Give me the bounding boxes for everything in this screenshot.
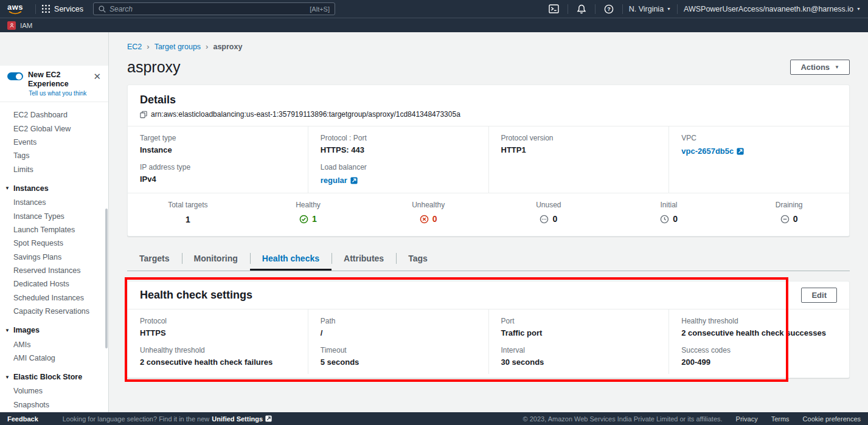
actions-button[interactable]: Actions ▼ <box>790 60 850 75</box>
sidebar-item-instances[interactable]: Instances <box>0 196 108 209</box>
sidebar-item-volumes[interactable]: Volumes <box>0 384 108 398</box>
search-shortcut: [Alt+S] <box>310 5 330 13</box>
new-experience-feedback-link[interactable]: Tell us what you think <box>28 90 87 97</box>
breadcrumb-target-groups-link[interactable]: Target groups <box>155 43 201 51</box>
hc-protocol-label: Protocol <box>140 317 296 325</box>
close-icon[interactable]: ✕ <box>92 71 102 82</box>
privacy-link[interactable]: Privacy <box>736 415 758 423</box>
section-label: Instances <box>13 184 49 193</box>
draining-count: 0 <box>793 214 798 224</box>
target-group-arn: arn:aws:elasticloadbalancing:us-east-1:3… <box>151 110 460 119</box>
search-input[interactable] <box>109 5 306 13</box>
sidebar-item-amis[interactable]: AMIs <box>0 337 108 351</box>
terms-link[interactable]: Terms <box>771 415 790 423</box>
notifications-button[interactable] <box>574 4 589 14</box>
main-content: EC2 › Target groups › asproxy asproxy Ac… <box>109 32 868 412</box>
hc-unhealthy-threshold-label: Unhealthy threshold <box>140 346 296 354</box>
unhealthy-label: Unhealthy <box>368 201 488 209</box>
sidebar-item-reserved-instances[interactable]: Reserved Instances <box>0 264 108 277</box>
ip-address-type-label: IP address type <box>140 163 296 171</box>
triangle-down-icon: ▼ <box>5 375 10 380</box>
cloudshell-button[interactable] <box>547 4 561 13</box>
edit-label: Edit <box>811 291 827 300</box>
total-targets-label: Total targets <box>128 201 248 209</box>
hc-interval-label: Interval <box>501 346 657 354</box>
check-circle-icon <box>299 215 308 224</box>
global-search[interactable]: [Alt+S] <box>93 2 335 15</box>
sidebar-item-ec2-dashboard[interactable]: EC2 Dashboard <box>0 108 108 122</box>
sidebar-item-snapshots[interactable]: Snapshots <box>0 398 108 412</box>
health-check-settings-card: Health check settings Edit ProtocolHTTPS… <box>127 281 850 378</box>
edit-button[interactable]: Edit <box>801 288 837 303</box>
tab-monitoring[interactable]: Monitoring <box>182 246 250 271</box>
sidebar-item-capacity-reservations[interactable]: Capacity Reservations <box>0 305 108 318</box>
bell-icon <box>577 4 586 14</box>
initial-count: 0 <box>673 214 678 224</box>
tab-attributes[interactable]: Attributes <box>332 246 396 271</box>
ec2-sidebar: New EC2 Experience Tell us what you thin… <box>0 32 109 412</box>
hc-path-label: Path <box>321 317 476 325</box>
account-menu[interactable]: AWSPowerUserAccess/navaneeth.kn@harness.… <box>684 5 861 13</box>
protocol-port-value: HTTPS: 443 <box>321 145 476 154</box>
tab-bar: Targets Monitoring Health checks Attribu… <box>127 246 850 271</box>
sidebar-item-tags[interactable]: Tags <box>0 149 108 162</box>
language-prompt: Looking for language selection? Find it … <box>63 415 210 423</box>
hc-success-codes-label: Success codes <box>681 346 837 354</box>
svg-text:?: ? <box>607 6 611 12</box>
load-balancer-link[interactable]: regular <box>321 176 358 185</box>
protocol-port-label: Protocol : Port <box>321 134 476 142</box>
unified-settings-label: Unified Settings <box>212 415 263 423</box>
breadcrumb-current: asproxy <box>213 43 242 51</box>
hc-path-value: / <box>321 328 476 337</box>
ellipsis-circle-icon <box>540 215 549 224</box>
details-title: Details <box>140 94 837 106</box>
breadcrumb: EC2 › Target groups › asproxy <box>127 42 850 51</box>
top-navigation-bar: aws Services [Alt+S] ? N. Virginia ▼ <box>0 0 868 18</box>
sidebar-item-events[interactable]: Events <box>0 136 108 149</box>
sidebar-item-ec2-global-view[interactable]: EC2 Global View <box>0 122 108 135</box>
target-type-value: Instance <box>140 145 296 154</box>
divider <box>622 4 623 14</box>
protocol-version-value: HTTP1 <box>501 145 657 154</box>
cookie-preferences-link[interactable]: Cookie preferences <box>803 415 861 423</box>
sidebar-item-scheduled-instances[interactable]: Scheduled Instances <box>0 291 108 305</box>
breadcrumb-ec2-link[interactable]: EC2 <box>127 43 142 51</box>
aws-logo[interactable]: aws <box>7 4 23 15</box>
vpc-link[interactable]: vpc-2657db5c <box>681 147 744 156</box>
unified-settings-link[interactable]: Unified Settings <box>212 415 272 423</box>
tab-health-checks[interactable]: Health checks <box>250 246 332 271</box>
tab-tags[interactable]: Tags <box>396 246 440 271</box>
sidebar-item-spot-requests[interactable]: Spot Requests <box>0 237 108 250</box>
chevron-down-icon: ▼ <box>835 64 839 70</box>
sidebar-item-limits[interactable]: Limits <box>0 163 108 176</box>
sidebar-item-launch-templates[interactable]: Launch Templates <box>0 223 108 237</box>
copy-icon[interactable] <box>140 111 147 119</box>
sidebar-item-ami-catalog[interactable]: AMI Catalog <box>0 351 108 365</box>
triangle-down-icon: ▼ <box>5 185 10 191</box>
sidebar-section-images[interactable]: ▼Images <box>0 323 108 337</box>
tab-targets[interactable]: Targets <box>127 246 182 271</box>
help-button[interactable]: ? <box>602 4 616 14</box>
load-balancer-label: Load balancer <box>321 163 476 171</box>
healthy-count: 1 <box>312 214 317 224</box>
sidebar-item-dedicated-hosts[interactable]: Dedicated Hosts <box>0 277 108 291</box>
vpc-label: VPC <box>681 134 837 142</box>
copyright-text: © 2023, Amazon Web Services India Privat… <box>523 415 723 423</box>
sidebar-scrollbar[interactable] <box>105 209 108 348</box>
region-selector[interactable]: N. Virginia ▼ <box>629 5 671 13</box>
sidebar-item-savings-plans[interactable]: Savings Plans <box>0 251 108 264</box>
services-grid-icon <box>42 5 50 13</box>
sidebar-item-instance-types[interactable]: Instance Types <box>0 209 108 223</box>
new-ec2-experience-panel: New EC2 Experience Tell us what you thin… <box>0 66 108 102</box>
chevron-right-icon: › <box>147 42 149 51</box>
favorite-iam-link[interactable]: IAM <box>20 22 32 29</box>
new-experience-toggle[interactable] <box>7 72 23 80</box>
total-targets-value: 1 <box>186 215 190 224</box>
sidebar-section-instances[interactable]: ▼Instances <box>0 181 108 196</box>
feedback-link[interactable]: Feedback <box>7 415 38 423</box>
favorites-bar: IAM <box>0 18 868 32</box>
sidebar-section-elastic-block-store[interactable]: ▼Elastic Block Store <box>0 370 108 384</box>
external-link-icon <box>350 177 358 184</box>
services-menu[interactable]: Services <box>42 5 83 13</box>
load-balancer-value: regular <box>321 176 347 185</box>
